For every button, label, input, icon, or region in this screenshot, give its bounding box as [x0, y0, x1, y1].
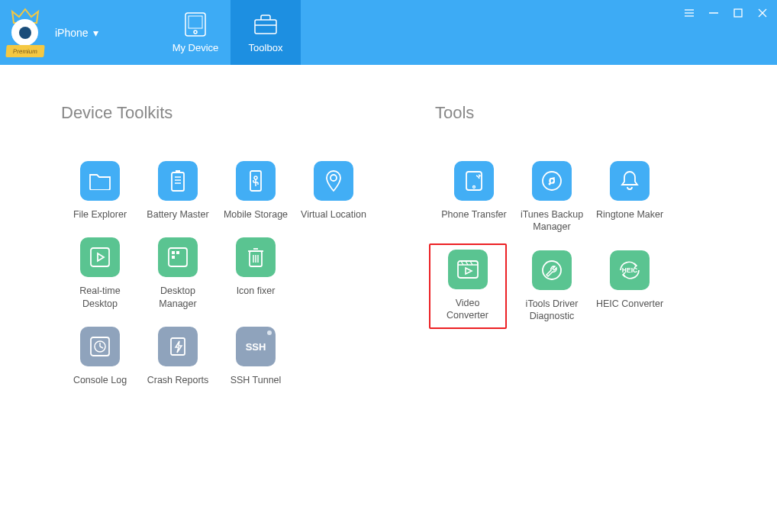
- heic-icon: HEIC: [610, 250, 650, 290]
- svg-rect-26: [172, 251, 175, 254]
- bell-icon: [610, 161, 650, 201]
- section-device-toolkits: Device Toolkits File ExplorerBattery Mas…: [61, 103, 389, 386]
- tile-icon-fixer[interactable]: Icon fixer: [217, 237, 295, 310]
- svg-rect-28: [172, 256, 175, 259]
- minimize-button[interactable]: [707, 6, 721, 20]
- tile-label: Console Log: [73, 374, 127, 386]
- svg-rect-41: [466, 172, 482, 190]
- grid-icon: [158, 237, 198, 277]
- tile-label: File Explorer: [73, 208, 127, 221]
- svg-line-38: [100, 347, 103, 348]
- section-tools: Tools Phone TransferiTunes Backup Manage…: [435, 103, 669, 386]
- svg-point-18: [254, 176, 257, 179]
- tile-heic-converter[interactable]: HEICHEIC Converter: [591, 250, 669, 323]
- nav-tabs: My Device Toolbox: [160, 0, 301, 65]
- video-icon: [448, 250, 488, 289]
- tile-ssh-tunnel[interactable]: SSHSSH Tunnel: [217, 327, 295, 386]
- eye-icon: [11, 19, 38, 46]
- tile-label: Battery Master: [147, 208, 208, 221]
- tile-file-explorer[interactable]: File Explorer: [61, 161, 139, 221]
- svg-point-1: [194, 31, 197, 34]
- premium-badge: Premium: [5, 45, 44, 57]
- svg-point-48: [543, 261, 561, 279]
- tile-label: HEIC Converter: [596, 298, 663, 310]
- folder-icon: [80, 161, 120, 201]
- tile-label: Desktop Manager: [143, 285, 213, 310]
- tab-toolbox[interactable]: Toolbox: [231, 0, 301, 65]
- tab-label: Toolbox: [249, 42, 283, 53]
- tile-mobile-storage[interactable]: Mobile Storage: [217, 161, 295, 221]
- tile-phone-transfer[interactable]: Phone Transfer: [435, 161, 513, 234]
- device-label: iPhone: [55, 27, 89, 39]
- tile-label: Phone Transfer: [441, 208, 506, 221]
- tile-label: Ringtone Maker: [596, 208, 663, 221]
- tile-label: Video Converter: [435, 297, 501, 322]
- logo-area: Premium iPhone ▾: [0, 0, 98, 65]
- tile-video-converter[interactable]: Video Converter: [429, 243, 507, 329]
- tile-battery-master[interactable]: Battery Master: [139, 161, 217, 221]
- phone-transfer-icon: [454, 161, 494, 201]
- bolt-icon: [158, 327, 198, 366]
- svg-rect-3: [255, 20, 276, 34]
- tile-real-time-desktop[interactable]: Real-time Desktop: [61, 237, 139, 310]
- svg-rect-12: [172, 172, 184, 191]
- tablet-icon: [182, 11, 208, 37]
- tile-label: SSH Tunnel: [231, 374, 282, 386]
- trash-icon: [236, 237, 276, 277]
- tile-ringtone-maker[interactable]: Ringtone Maker: [591, 161, 669, 234]
- chevron-down-icon: ▾: [93, 27, 98, 39]
- tile-label: iTools Driver Diagnostic: [517, 298, 587, 323]
- app-logo: Premium: [6, 11, 44, 53]
- svg-point-23: [330, 175, 337, 181]
- app-header: Premium iPhone ▾ My Device Toolbox: [0, 0, 777, 65]
- tile-label: Real-time Desktop: [65, 285, 135, 310]
- tile-label: iTunes Backup Manager: [517, 208, 587, 234]
- tools-grid: Phone TransferiTunes Backup ManagerRingt…: [435, 161, 669, 322]
- svg-rect-9: [734, 9, 742, 17]
- tile-desktop-manager[interactable]: Desktop Manager: [139, 237, 217, 310]
- svg-rect-27: [176, 251, 179, 254]
- window-controls: [682, 6, 769, 20]
- svg-rect-25: [169, 248, 187, 266]
- svg-text:HEIC: HEIC: [622, 266, 637, 274]
- usb-icon: [236, 161, 276, 201]
- svg-point-46: [553, 182, 555, 184]
- svg-point-42: [473, 186, 476, 189]
- svg-rect-24: [91, 248, 109, 266]
- battery-icon: [158, 161, 198, 201]
- svg-rect-2: [189, 16, 202, 28]
- clock-icon: [80, 327, 120, 366]
- svg-point-43: [543, 172, 561, 190]
- tab-my-device[interactable]: My Device: [160, 0, 231, 65]
- ssh-icon: SSH: [236, 327, 276, 366]
- wrench-icon: [532, 250, 572, 290]
- svg-text:SSH: SSH: [246, 341, 266, 353]
- location-icon: [314, 161, 353, 201]
- device-toolkits-grid: File ExplorerBattery MasterMobile Storag…: [61, 161, 389, 386]
- content-area: Device Toolkits File ExplorerBattery Mas…: [0, 65, 777, 401]
- section-title: Device Toolkits: [61, 103, 389, 123]
- svg-point-45: [549, 183, 551, 185]
- tile-itunes-backup-manager[interactable]: iTunes Backup Manager: [513, 161, 591, 234]
- tab-label: My Device: [172, 42, 219, 53]
- tile-virtual-location[interactable]: Virtual Location: [295, 161, 372, 221]
- tile-label: Mobile Storage: [224, 208, 288, 221]
- tile-crash-reports[interactable]: Crash Reports: [139, 327, 217, 386]
- play-icon: [80, 237, 120, 277]
- tile-label: Crash Reports: [147, 374, 209, 386]
- tile-console-log[interactable]: Console Log: [61, 327, 139, 386]
- device-selector[interactable]: iPhone ▾: [49, 27, 98, 39]
- menu-button[interactable]: [682, 6, 696, 20]
- close-button[interactable]: [756, 6, 769, 20]
- tile-itools-driver-diagnostic[interactable]: iTools Driver Diagnostic: [513, 250, 591, 323]
- section-title: Tools: [435, 103, 669, 123]
- svg-rect-13: [176, 170, 180, 172]
- maximize-button[interactable]: [731, 6, 745, 20]
- tile-label: Virtual Location: [301, 208, 366, 221]
- tile-label: Icon fixer: [237, 285, 276, 297]
- music-disc-icon: [532, 161, 572, 201]
- toolbox-icon: [253, 11, 279, 37]
